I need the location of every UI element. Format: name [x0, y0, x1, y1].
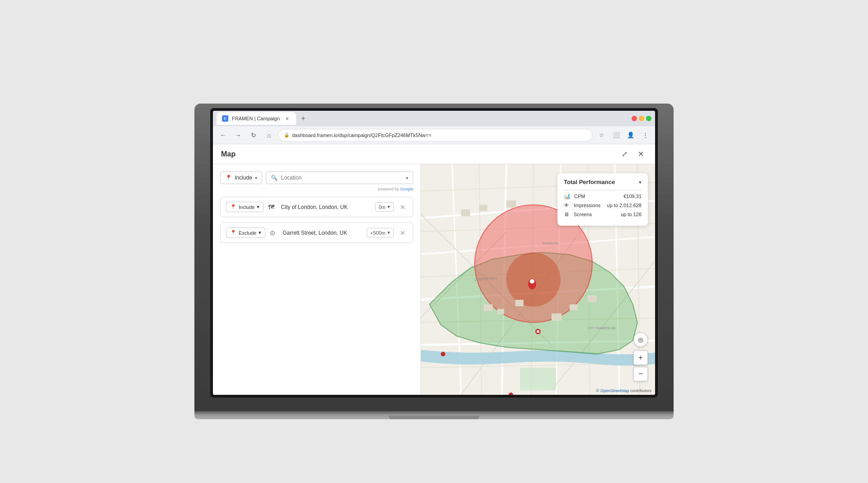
- home-button[interactable]: ⌂: [263, 129, 275, 142]
- loc-distance-dropdown-1[interactable]: +500m ▾: [367, 228, 394, 237]
- screens-value: up to 126: [621, 212, 642, 217]
- map-area[interactable]: LONDON WALL BARBICAN CITY THAMESLINK Tot…: [421, 164, 655, 395]
- toolbar-actions: ☆ ⬜ 👤 ⋮: [595, 129, 651, 142]
- svg-text:BARBICAN: BARBICAN: [542, 242, 559, 245]
- performance-title: Total Performance: [564, 179, 615, 185]
- performance-panel: Total Performance ▾ 📊 CPM €109.31: [557, 173, 648, 226]
- loc-type-map-icon: 🗺: [268, 204, 276, 211]
- chrome-tab-bar: F FRAMEN | Campaign ✕ +: [217, 112, 629, 125]
- loc-distance-value-0: 0m: [379, 204, 386, 210]
- monitor-icon: 🖥: [564, 211, 570, 218]
- perf-row-screens: 🖥 Screens up to 126: [564, 211, 642, 218]
- content-area: Map ⤢ ✕: [213, 144, 655, 395]
- google-brand: Google: [400, 187, 413, 191]
- maximize-dot[interactable]: [646, 116, 651, 121]
- perf-divider: [564, 190, 642, 190]
- svg-rect-40: [520, 368, 556, 390]
- svg-rect-28: [484, 304, 493, 311]
- perf-row-cpm: 📊 CPM €109.31: [564, 193, 642, 199]
- address-bar[interactable]: 🔒 dashboard.framen.io/dsp/campaign/Q2Ftc…: [278, 129, 593, 142]
- loc-type-crosshair-icon: ⊙: [270, 229, 278, 237]
- refresh-button[interactable]: ↻: [247, 129, 260, 142]
- svg-rect-31: [552, 313, 561, 321]
- openstreetmap-link[interactable]: OpenStreetMap: [600, 388, 629, 393]
- chrome-titlebar: F FRAMEN | Campaign ✕ +: [213, 111, 655, 126]
- svg-rect-33: [588, 295, 597, 302]
- tab-title: FRAMEN | Campaign: [232, 116, 280, 121]
- svg-rect-35: [479, 205, 487, 211]
- bookmark-button[interactable]: ☆: [595, 129, 608, 142]
- modal-header: Map ⤢ ✕: [213, 144, 655, 164]
- perf-row-impressions: 👁 Impressions up to 2.012.628: [564, 202, 642, 208]
- loc-distance-dropdown-0[interactable]: 0m ▾: [375, 202, 394, 212]
- performance-toggle-button[interactable]: ▾: [639, 179, 642, 185]
- location-search-input[interactable]: [281, 175, 402, 181]
- laptop-screen: F FRAMEN | Campaign ✕ + ← →: [213, 111, 655, 395]
- svg-rect-32: [570, 304, 578, 310]
- close-button[interactable]: ✕: [634, 148, 647, 161]
- performance-panel-header: Total Performance ▾: [564, 179, 642, 185]
- dropdown-arrow-icon: ▾: [255, 175, 257, 180]
- svg-rect-34: [461, 209, 470, 216]
- profile-button[interactable]: 👤: [624, 129, 637, 142]
- modal-body: 📍 Include ▾ 🔍 ▾: [213, 164, 655, 395]
- location-row-1: 📍 Exclude ▾ ⊙ Garrett Street, London, UK…: [220, 223, 413, 243]
- loc-exclude-label-1: Exclude: [239, 230, 256, 236]
- svg-point-23: [537, 330, 539, 333]
- svg-point-26: [441, 352, 445, 356]
- loc-name-0: City of London, London, UK: [281, 204, 370, 210]
- cpm-value: €109.31: [623, 194, 642, 199]
- tab-close-button[interactable]: ✕: [283, 115, 291, 122]
- include-dropdown[interactable]: 📍 Include ▾: [220, 171, 262, 184]
- svg-rect-30: [515, 300, 524, 306]
- laptop-screen-bezel: F FRAMEN | Campaign ✕ + ← →: [210, 108, 658, 398]
- loc-include-arrow-0: ▾: [257, 204, 259, 210]
- loc-exclude-arrow-1: ▾: [259, 230, 261, 236]
- loc-include-button-0[interactable]: 📍 Include ▾: [226, 202, 264, 212]
- impressions-label: Impressions: [574, 203, 604, 208]
- cpm-label: CPM: [574, 194, 620, 199]
- loc-delete-button-0[interactable]: ✕: [398, 203, 407, 212]
- minimize-dot[interactable]: [639, 116, 644, 121]
- locate-me-button[interactable]: ◎: [633, 332, 648, 347]
- search-row: 📍 Include ▾ 🔍 ▾: [220, 171, 413, 184]
- svg-rect-29: [497, 309, 504, 314]
- loc-distance-arrow-icon-1: ▾: [387, 230, 390, 236]
- loc-distance-value-1: +500m: [370, 230, 386, 236]
- screens-label: Screens: [574, 212, 617, 217]
- search-dropdown-arrow-icon: ▾: [406, 175, 408, 180]
- close-dot[interactable]: [632, 116, 637, 121]
- laptop-wrapper: F FRAMEN | Campaign ✕ + ← →: [194, 72, 674, 411]
- svg-rect-36: [506, 200, 516, 208]
- loc-distance-arrow-icon: ▾: [387, 204, 390, 210]
- eye-icon: 👁: [564, 202, 570, 208]
- back-button[interactable]: ←: [217, 129, 229, 142]
- modal-title: Map: [221, 150, 236, 158]
- chrome-tab-active[interactable]: F FRAMEN | Campaign ✕: [217, 112, 296, 125]
- loc-exclude-button-1[interactable]: 📍 Exclude ▾: [226, 227, 265, 238]
- zoom-in-button[interactable]: +: [633, 350, 648, 365]
- url-text: dashboard.framen.io/dsp/campaign/Q2FtcGF…: [292, 133, 431, 138]
- powered-by-label: powered by Google: [220, 187, 413, 191]
- window-controls: [632, 116, 651, 121]
- location-row-0: 📍 Include ▾ 🗺 City of London, London, UK…: [220, 197, 413, 217]
- loc-include-label-0: Include: [239, 204, 255, 210]
- search-icon: 🔍: [271, 175, 278, 181]
- loc-delete-button-1[interactable]: ✕: [398, 228, 407, 237]
- security-lock-icon: 🔒: [284, 133, 289, 137]
- impressions-value: up to 2.012.628: [607, 203, 642, 208]
- expand-button[interactable]: ⤢: [618, 148, 631, 161]
- modal-header-actions: ⤢ ✕: [618, 148, 647, 161]
- new-tab-button[interactable]: +: [297, 112, 310, 125]
- svg-point-25: [530, 279, 534, 284]
- search-field[interactable]: 🔍 ▾: [266, 171, 413, 184]
- menu-button[interactable]: ⋮: [639, 129, 651, 142]
- chart-bar-icon: 📊: [564, 193, 571, 199]
- extension-button[interactable]: ⬜: [610, 129, 623, 142]
- zoom-out-button[interactable]: −: [633, 367, 648, 381]
- exclude-pin-red-icon: 📍: [230, 230, 236, 236]
- left-panel: 📍 Include ▾ 🔍 ▾: [213, 164, 421, 395]
- include-label: Include: [235, 175, 252, 181]
- forward-button[interactable]: →: [232, 129, 245, 142]
- laptop-notch: [389, 416, 479, 419]
